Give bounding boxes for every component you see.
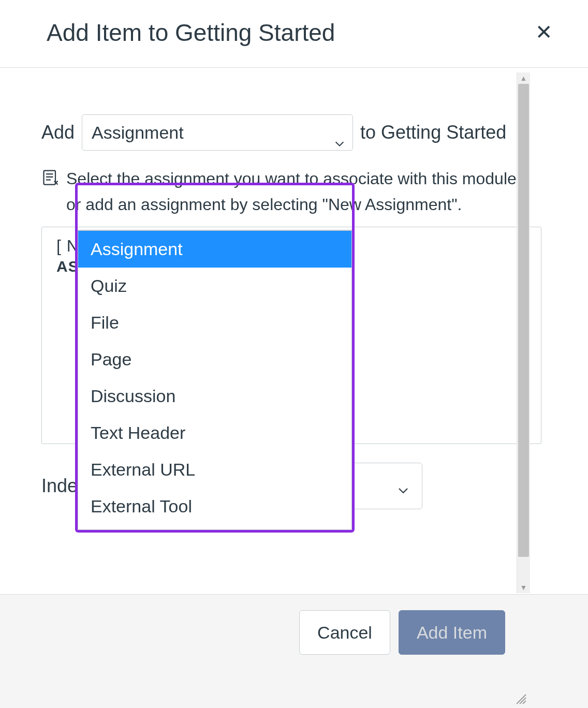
modal-title: Add Item to Getting Started: [47, 19, 335, 47]
instruction-text: Select the assignment you want to associ…: [66, 166, 521, 217]
dd-option-page[interactable]: Page: [78, 341, 351, 378]
dd-option-external-url[interactable]: External URL: [78, 451, 351, 488]
close-icon[interactable]: ✕: [535, 22, 553, 42]
add-item-button[interactable]: Add Item: [399, 610, 505, 655]
dd-option-discussion[interactable]: Discussion: [78, 378, 351, 415]
add-item-modal: Add Item to Getting Started ✕ Add Assign…: [0, 0, 588, 708]
scroll-up-arrow-icon[interactable]: ▲: [517, 72, 530, 84]
scroll-thumb[interactable]: [518, 84, 529, 557]
item-type-select[interactable]: Assignment: [82, 114, 353, 151]
scroll-down-arrow-icon[interactable]: ▼: [517, 582, 530, 593]
item-type-dropdown-highlight: Assignment Quiz File Page Discussion Tex…: [75, 183, 355, 533]
dd-option-assignment[interactable]: Assignment: [78, 231, 351, 268]
item-type-selected-value: Assignment: [92, 116, 184, 150]
modal-footer: Cancel Add Item: [0, 594, 588, 708]
dd-option-file[interactable]: File: [78, 304, 351, 341]
add-type-line: Add Assignment to Getting Started: [41, 114, 541, 151]
dd-option-text-header[interactable]: Text Header: [78, 415, 351, 451]
dd-option-quiz[interactable]: Quiz: [78, 268, 351, 304]
add-suffix-text: to Getting Started: [360, 115, 506, 150]
assignment-icon: [41, 168, 60, 187]
chevron-down-icon: [397, 480, 409, 492]
svg-line-5: [520, 698, 526, 704]
modal-header: Add Item to Getting Started ✕: [0, 0, 588, 68]
svg-line-6: [523, 701, 526, 704]
resize-grip-icon[interactable]: [513, 691, 527, 705]
instruction-row: Select the assignment you want to associ…: [41, 166, 541, 217]
cancel-button[interactable]: Cancel: [299, 610, 390, 655]
chevron-down-icon: [334, 127, 345, 138]
add-prefix-text: Add: [41, 115, 75, 150]
modal-body: Add Assignment to Getting Started: [0, 68, 588, 588]
item-type-dropdown-list[interactable]: Assignment Quiz File Page Discussion Tex…: [78, 230, 352, 530]
dd-option-external-tool[interactable]: External Tool: [78, 488, 351, 525]
modal-scrollbar[interactable]: ▲ ▼: [517, 72, 530, 593]
